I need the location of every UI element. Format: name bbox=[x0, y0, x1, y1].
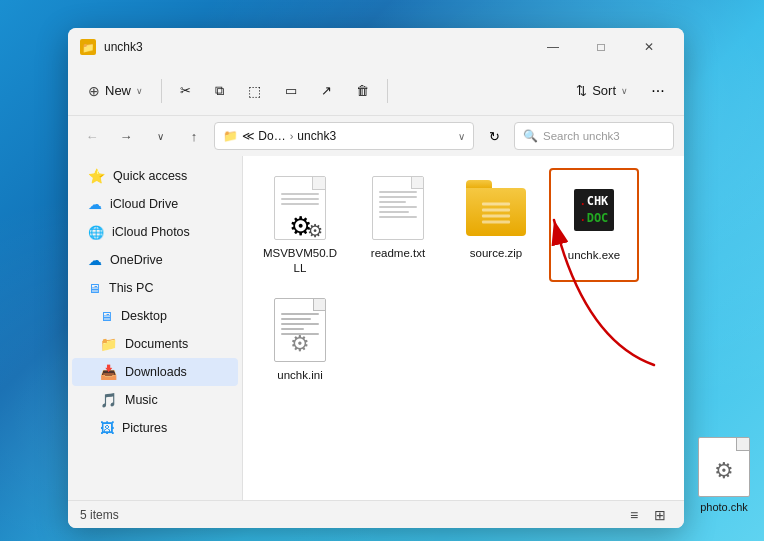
ini-doc-page: ⚙ bbox=[274, 298, 326, 362]
file-item-source[interactable]: source.zip bbox=[451, 168, 541, 282]
chk-row: . CHK bbox=[580, 193, 609, 210]
downloads-icon: 📥 bbox=[100, 364, 117, 380]
line bbox=[379, 191, 417, 193]
sidebar-label-icloud-drive: iCloud Drive bbox=[110, 197, 178, 211]
file-item-msvbvm50[interactable]: ⚙ ⚙ MSVBVM50.DLL bbox=[255, 168, 345, 282]
view-buttons: ≡ ⊞ bbox=[622, 504, 672, 526]
sidebar: ⭐ Quick access ☁ iCloud Drive 🌐 iCloud P… bbox=[68, 156, 243, 500]
quick-access-icon: ⭐ bbox=[88, 168, 105, 184]
cut-button[interactable]: ✂ bbox=[170, 74, 201, 108]
search-icon: 🔍 bbox=[523, 129, 538, 143]
sidebar-item-icloud-drive[interactable]: ☁ iCloud Drive bbox=[72, 190, 238, 218]
zip-line bbox=[482, 215, 510, 218]
path-current: unchk3 bbox=[297, 129, 336, 143]
file-name-readme: readme.txt bbox=[371, 246, 425, 261]
folder-icon: 📁 bbox=[80, 39, 96, 55]
paste-button[interactable]: ⬚ bbox=[238, 74, 271, 108]
doc-line bbox=[281, 198, 319, 200]
sidebar-label-music: Music bbox=[125, 393, 158, 407]
sidebar-item-documents[interactable]: 📁 Documents bbox=[72, 330, 238, 358]
sidebar-item-this-pc[interactable]: 🖥 This PC bbox=[72, 274, 238, 302]
doc-line bbox=[281, 193, 319, 195]
main-area: ⭐ Quick access ☁ iCloud Drive 🌐 iCloud P… bbox=[68, 156, 684, 500]
sidebar-item-pictures[interactable]: 🖼 Pictures bbox=[72, 414, 238, 442]
file-name-source: source.zip bbox=[470, 246, 522, 261]
path-folder-icon: 📁 bbox=[223, 129, 238, 143]
rename-button[interactable]: ▭ bbox=[275, 74, 307, 108]
file-area: ⚙ ⚙ MSVBVM50.DLL bbox=[243, 156, 684, 500]
nav-dropdown[interactable]: ∨ bbox=[146, 122, 174, 150]
doc-line bbox=[281, 203, 319, 205]
sidebar-label-documents: Documents bbox=[125, 337, 188, 351]
documents-icon: 📁 bbox=[100, 336, 117, 352]
this-pc-icon: 🖥 bbox=[88, 281, 101, 296]
delete-icon: 🗑 bbox=[356, 83, 369, 98]
sidebar-label-pictures: Pictures bbox=[122, 421, 167, 435]
window-title: unchk3 bbox=[104, 40, 530, 54]
ini-line bbox=[281, 328, 304, 330]
ini-line bbox=[281, 313, 319, 315]
sidebar-item-desktop[interactable]: 🖥 Desktop bbox=[72, 302, 238, 330]
zip-line bbox=[482, 203, 510, 206]
dll-icon-container: ⚙ ⚙ bbox=[270, 174, 330, 242]
grid-view-button[interactable]: ⊞ bbox=[648, 504, 672, 526]
icloud-photos-icon: 🌐 bbox=[88, 225, 104, 240]
new-button[interactable]: ⊕ New ∨ bbox=[78, 74, 153, 108]
sort-label: Sort bbox=[592, 83, 616, 98]
forward-button[interactable]: → bbox=[112, 122, 140, 150]
path-prefix: ≪ Do… bbox=[242, 129, 286, 143]
up-button[interactable]: ↑ bbox=[180, 122, 208, 150]
share-button[interactable]: ↗ bbox=[311, 74, 342, 108]
list-view-button[interactable]: ≡ bbox=[622, 504, 646, 526]
doc-text: DOC bbox=[587, 210, 609, 227]
new-chevron: ∨ bbox=[136, 86, 143, 96]
window-controls: — □ ✕ bbox=[530, 31, 672, 63]
address-bar: ← → ∨ ↑ 📁 ≪ Do… › unchk3 ∨ ↻ 🔍 Search un… bbox=[68, 116, 684, 156]
path-separator: › bbox=[290, 130, 294, 142]
back-button[interactable]: ← bbox=[78, 122, 106, 150]
sidebar-label-icloud-photos: iCloud Photos bbox=[112, 225, 190, 239]
path-chevron: ∨ bbox=[458, 131, 465, 142]
paste-icon: ⬚ bbox=[248, 83, 261, 99]
sidebar-item-quick-access[interactable]: ⭐ Quick access bbox=[72, 162, 238, 190]
file-item-unchkini[interactable]: ⚙ unchk.ini bbox=[255, 290, 345, 389]
sidebar-item-music[interactable]: 🎵 Music bbox=[72, 386, 238, 414]
sidebar-item-icloud-photos[interactable]: 🌐 iCloud Photos bbox=[72, 218, 238, 246]
address-path[interactable]: 📁 ≪ Do… › unchk3 ∨ bbox=[214, 122, 474, 150]
photo-chk-icon: ⚙ bbox=[698, 437, 750, 497]
toolbar-divider-2 bbox=[387, 79, 388, 103]
refresh-button[interactable]: ↻ bbox=[480, 122, 508, 150]
close-button[interactable]: ✕ bbox=[626, 31, 672, 63]
gear2-icon: ⚙ bbox=[307, 220, 323, 242]
sidebar-item-downloads[interactable]: 📥 Downloads bbox=[72, 358, 238, 386]
txt-doc-page bbox=[372, 176, 424, 240]
search-placeholder: Search unchk3 bbox=[543, 130, 620, 142]
explorer-window: 📁 unchk3 — □ ✕ ⊕ New ∨ ✂ ⧉ ⬚ ▭ ↗ bbox=[68, 28, 684, 528]
copy-button[interactable]: ⧉ bbox=[205, 74, 234, 108]
line bbox=[379, 196, 417, 198]
more-button[interactable]: ··· bbox=[642, 75, 674, 107]
unchk-exe-icon: . CHK . DOC bbox=[574, 189, 615, 231]
floating-file-photo-chk[interactable]: ⚙ photo.chk bbox=[698, 437, 750, 513]
zip-icon-container bbox=[466, 174, 526, 242]
maximize-button[interactable]: □ bbox=[578, 31, 624, 63]
ini-line bbox=[281, 318, 311, 320]
items-count: 5 items bbox=[80, 508, 119, 522]
rename-icon: ▭ bbox=[285, 83, 297, 98]
pictures-icon: 🖼 bbox=[100, 420, 114, 436]
sidebar-item-onedrive[interactable]: ☁ OneDrive bbox=[72, 246, 238, 274]
sidebar-label-quick-access: Quick access bbox=[113, 169, 187, 183]
file-item-readme[interactable]: readme.txt bbox=[353, 168, 443, 282]
delete-button[interactable]: 🗑 bbox=[346, 74, 379, 108]
minimize-button[interactable]: — bbox=[530, 31, 576, 63]
icloud-drive-icon: ☁ bbox=[88, 196, 102, 212]
search-box[interactable]: 🔍 Search unchk3 bbox=[514, 122, 674, 150]
sort-button[interactable]: ⇅ Sort ∨ bbox=[566, 74, 638, 108]
line bbox=[379, 211, 409, 213]
line bbox=[379, 216, 417, 218]
ini-fold bbox=[313, 299, 325, 311]
txt-fold bbox=[411, 177, 423, 189]
zip-line bbox=[482, 221, 510, 224]
file-item-unchkexe[interactable]: . CHK . DOC unchk.exe bbox=[549, 168, 639, 282]
copy-icon: ⧉ bbox=[215, 83, 224, 99]
